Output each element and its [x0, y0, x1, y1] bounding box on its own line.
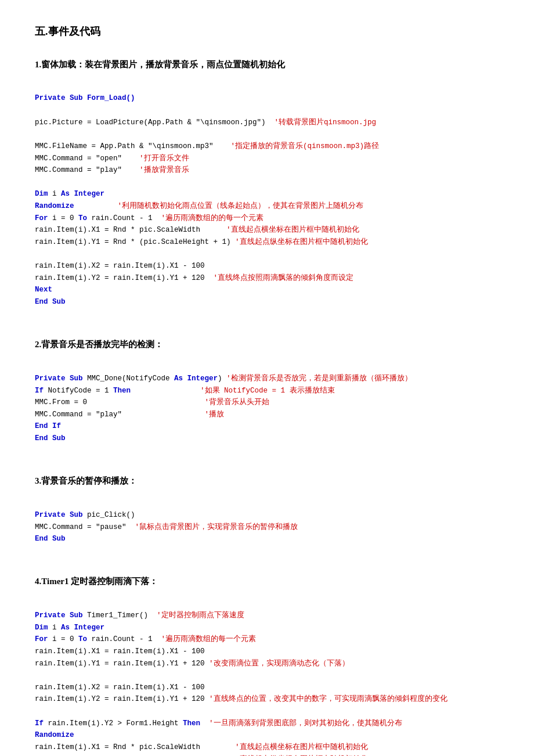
subsection-2-title: 2.背景音乐是否播放完毕的检测：	[35, 337, 499, 351]
code-block-1: Private Sub Form_Load() pic.Picture = Lo…	[35, 81, 499, 321]
subsection-2: 2.背景音乐是否播放完毕的检测： Private Sub MMC_Done(No…	[35, 337, 499, 456]
section-title: 五.事件及代码	[35, 23, 499, 40]
code-block-3: Private Sub pic_Click() MMC.Command = "p…	[35, 497, 499, 557]
subsection-1-title: 1.窗体加载：装在背景图片，播放背景音乐，雨点位置随机初始化	[35, 57, 499, 71]
code-block-4: Private Sub Timer1_Timer() '定时器控制雨点下落速度 …	[35, 597, 499, 756]
subsection-3-title: 3.背景音乐的暂停和播放：	[35, 474, 499, 488]
code-block-2: Private Sub MMC_Done(NotifyCode As Integ…	[35, 361, 499, 456]
subsection-3: 3.背景音乐的暂停和播放： Private Sub pic_Click() MM…	[35, 474, 499, 557]
subsection-4: 4.Timer1 定时器控制雨滴下落： Private Sub Timer1_T…	[35, 574, 499, 756]
subsection-4-title: 4.Timer1 定时器控制雨滴下落：	[35, 574, 499, 588]
subsection-1: 1.窗体加载：装在背景图片，播放背景音乐，雨点位置随机初始化 Private S…	[35, 57, 499, 321]
